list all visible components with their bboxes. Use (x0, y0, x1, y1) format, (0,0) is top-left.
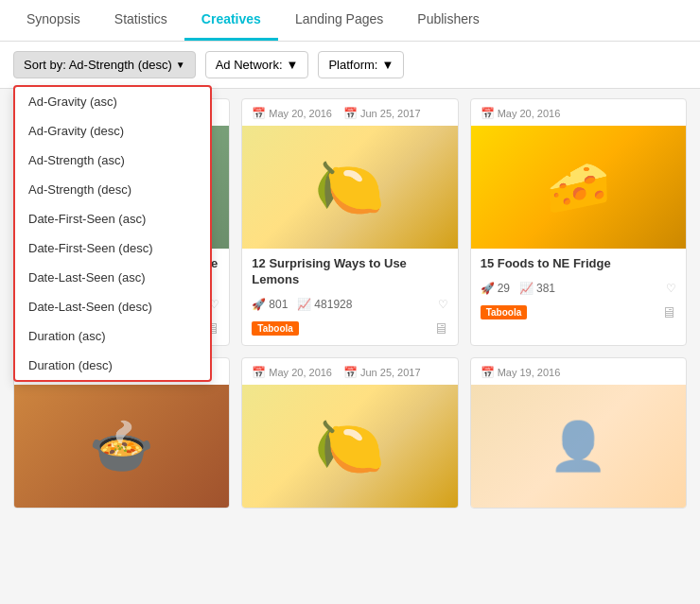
card-2-image (242, 126, 457, 249)
sort-option-ad-strength-asc[interactable]: Ad-Strength (asc) (15, 146, 210, 175)
platform-dropdown-button[interactable]: Platform: ▼ (318, 51, 404, 78)
monitor-icon-2: 🖥 (433, 320, 448, 337)
card-6-image (471, 385, 686, 508)
card-2-title: 12 Surprising Ways to Use Lemons (242, 249, 457, 292)
calendar-icon-2b: 📅 (343, 107, 358, 120)
calendar-icon-5a: 📅 (252, 366, 266, 379)
platform-label: Platform: (328, 58, 377, 72)
card-2-date-first: May 20, 2016 (269, 108, 332, 119)
creative-card-5[interactable]: 📅 May 20, 2016 📅 Jun 25, 2017 (241, 357, 458, 509)
monitor-icon-3: 🖥 (661, 304, 676, 321)
tab-publishers[interactable]: Publishers (400, 0, 496, 41)
rocket-icon-3: 🚀 (481, 282, 495, 295)
heart-icon-3[interactable]: ♡ (666, 282, 676, 295)
ad-network-label: Ad Network: (216, 58, 283, 72)
sort-dropdown-arrow-icon: ▼ (176, 60, 185, 70)
calendar-icon-2a: 📅 (252, 107, 266, 120)
card-5-image (242, 385, 457, 508)
sort-option-date-last-seen-asc[interactable]: Date-Last-Seen (asc) (15, 263, 210, 292)
creative-card-3[interactable]: 📅 May 20, 2016 15 Foods to NE Fridge 🚀 2… (470, 98, 687, 346)
card-3-dates: 📅 May 20, 2016 (471, 99, 686, 126)
card-5-date-first: May 20, 2016 (269, 367, 332, 378)
sort-dropdown-button[interactable]: Sort by: Ad-Strength (desc) ▼ (13, 51, 196, 78)
sort-option-duration-desc[interactable]: Duration (desc) (15, 351, 210, 380)
card-3-image (471, 126, 686, 249)
calendar-icon-6a: 📅 (481, 366, 495, 379)
creative-card-6[interactable]: 📅 May 19, 2016 (470, 357, 687, 509)
tab-landing-pages[interactable]: Landing Pages (278, 0, 400, 41)
heart-icon-2[interactable]: ♡ (438, 298, 448, 311)
sort-dropdown-label: Sort by: Ad-Strength (desc) (24, 58, 172, 72)
card-4-image (14, 385, 229, 508)
sort-option-duration-asc[interactable]: Duration (asc) (15, 321, 210, 351)
card-2-footer: Taboola 🖥 (242, 317, 457, 345)
tab-synopsis[interactable]: Synopsis (9, 0, 97, 41)
card-3-trend-value: 381 (536, 282, 555, 295)
card-3-stats: 🚀 29 📈 381 ♡ (471, 276, 686, 301)
creative-card-2[interactable]: 📅 May 20, 2016 📅 Jun 25, 2017 12 Surpris… (241, 98, 458, 346)
card-5-dates: 📅 May 20, 2016 📅 Jun 25, 2017 (242, 358, 457, 385)
ad-network-arrow-icon: ▼ (287, 58, 299, 72)
trend-icon-3: 📈 (519, 282, 534, 295)
card-2-stats: 🚀 801 📈 481928 ♡ (242, 292, 457, 317)
card-3-title: 15 Foods to NE Fridge (471, 249, 686, 276)
sort-option-ad-strength-desc[interactable]: Ad-Strength (desc) (15, 175, 210, 204)
top-navigation: Synopsis Statistics Creatives Landing Pa… (0, 0, 700, 42)
card-2-dates: 📅 May 20, 2016 📅 Jun 25, 2017 (242, 99, 457, 126)
card-2-rocket-value: 801 (269, 298, 288, 311)
card-2-trend-value: 481928 (314, 298, 352, 311)
taboola-badge-2: Taboola (252, 321, 299, 336)
sort-option-date-first-seen-desc[interactable]: Date-First-Seen (desc) (15, 233, 210, 263)
platform-arrow-icon: ▼ (381, 58, 394, 72)
trend-icon-2: 📈 (297, 298, 311, 311)
calendar-icon-3a: 📅 (481, 107, 495, 120)
tab-creatives[interactable]: Creatives (184, 0, 278, 41)
ad-network-dropdown-button[interactable]: Ad Network: ▼ (205, 51, 309, 78)
rocket-icon-2: 🚀 (252, 298, 266, 311)
card-5-date-last: Jun 25, 2017 (360, 367, 421, 378)
calendar-icon-5b: 📅 (343, 366, 358, 379)
card-3-footer: Taboola 🖥 (471, 301, 686, 329)
sort-option-date-first-seen-asc[interactable]: Date-First-Seen (asc) (15, 204, 210, 233)
sort-option-date-last-seen-desc[interactable]: Date-Last-Seen (desc) (15, 292, 210, 321)
tab-statistics[interactable]: Statistics (97, 0, 184, 41)
card-2-date-last: Jun 25, 2017 (360, 108, 421, 119)
sort-dropdown-menu: Ad-Gravity (asc) Ad-Gravity (desc) Ad-St… (13, 85, 212, 382)
card-3-date-first: May 20, 2016 (498, 108, 561, 119)
card-6-dates: 📅 May 19, 2016 (471, 358, 686, 385)
card-3-rocket-value: 29 (498, 282, 510, 295)
taboola-badge-3: Taboola (481, 305, 528, 319)
sort-option-ad-gravity-desc[interactable]: Ad-Gravity (desc) (15, 116, 210, 146)
sort-option-ad-gravity-asc[interactable]: Ad-Gravity (asc) (15, 87, 210, 116)
filters-bar: Sort by: Ad-Strength (desc) ▼ Ad Network… (0, 42, 700, 89)
card-6-date-first: May 19, 2016 (498, 367, 561, 378)
